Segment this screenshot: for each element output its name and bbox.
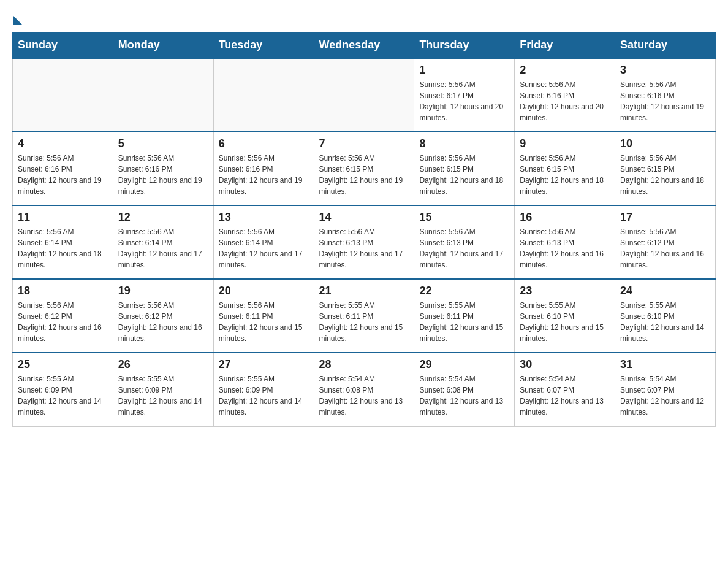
day-info: Sunrise: 5:56 AM Sunset: 6:15 PM Dayligh… — [520, 153, 610, 197]
day-number: 25 — [18, 358, 108, 371]
day-number: 23 — [520, 285, 610, 297]
day-info: Sunrise: 5:55 AM Sunset: 6:09 PM Dayligh… — [118, 373, 208, 418]
calendar-week-row-2: 11Sunrise: 5:56 AM Sunset: 6:14 PM Dayli… — [13, 205, 716, 279]
day-info: Sunrise: 5:56 AM Sunset: 6:13 PM Dayligh… — [520, 226, 610, 270]
header-saturday: Saturday — [615, 33, 716, 59]
day-info: Sunrise: 5:54 AM Sunset: 6:07 PM Dayligh… — [520, 373, 610, 418]
header-sunday: Sunday — [13, 33, 113, 59]
calendar-cell: 6Sunrise: 5:56 AM Sunset: 6:16 PM Daylig… — [213, 132, 314, 205]
header-wednesday: Wednesday — [314, 33, 414, 59]
day-number: 28 — [319, 358, 409, 371]
header-friday: Friday — [515, 33, 615, 59]
calendar-cell: 15Sunrise: 5:56 AM Sunset: 6:13 PM Dayli… — [414, 205, 515, 279]
day-number: 13 — [219, 211, 309, 224]
day-info: Sunrise: 5:55 AM Sunset: 6:10 PM Dayligh… — [620, 300, 710, 344]
calendar-cell: 11Sunrise: 5:56 AM Sunset: 6:14 PM Dayli… — [13, 205, 113, 279]
day-number: 4 — [18, 137, 108, 150]
day-info: Sunrise: 5:55 AM Sunset: 6:11 PM Dayligh… — [419, 300, 509, 344]
logo-triangle-icon — [13, 16, 22, 25]
day-number: 9 — [520, 137, 610, 150]
day-number: 24 — [620, 285, 710, 297]
day-info: Sunrise: 5:56 AM Sunset: 6:16 PM Dayligh… — [219, 153, 309, 197]
header-monday: Monday — [113, 33, 213, 59]
calendar-cell: 24Sunrise: 5:55 AM Sunset: 6:10 PM Dayli… — [615, 279, 716, 353]
day-info: Sunrise: 5:54 AM Sunset: 6:08 PM Dayligh… — [419, 373, 509, 418]
day-info: Sunrise: 5:56 AM Sunset: 6:13 PM Dayligh… — [319, 226, 409, 270]
calendar-cell: 2Sunrise: 5:56 AM Sunset: 6:16 PM Daylig… — [515, 58, 615, 132]
calendar-cell: 4Sunrise: 5:56 AM Sunset: 6:16 PM Daylig… — [13, 132, 113, 205]
calendar-cell: 26Sunrise: 5:55 AM Sunset: 6:09 PM Dayli… — [113, 353, 213, 426]
day-number: 20 — [219, 285, 309, 297]
day-number: 22 — [419, 285, 509, 297]
day-info: Sunrise: 5:54 AM Sunset: 6:07 PM Dayligh… — [620, 373, 710, 418]
day-info: Sunrise: 5:56 AM Sunset: 6:14 PM Dayligh… — [18, 226, 108, 270]
day-number: 12 — [118, 211, 208, 224]
calendar-cell: 18Sunrise: 5:56 AM Sunset: 6:12 PM Dayli… — [13, 279, 113, 353]
day-number: 27 — [219, 358, 309, 371]
day-number: 29 — [419, 358, 509, 371]
day-info: Sunrise: 5:56 AM Sunset: 6:16 PM Dayligh… — [520, 79, 610, 123]
calendar-cell: 31Sunrise: 5:54 AM Sunset: 6:07 PM Dayli… — [615, 353, 716, 426]
calendar-cell: 25Sunrise: 5:55 AM Sunset: 6:09 PM Dayli… — [13, 353, 113, 426]
day-number: 21 — [319, 285, 409, 297]
day-number: 15 — [419, 211, 509, 224]
calendar-cell: 7Sunrise: 5:56 AM Sunset: 6:15 PM Daylig… — [314, 132, 414, 205]
day-info: Sunrise: 5:56 AM Sunset: 6:16 PM Dayligh… — [620, 79, 710, 123]
calendar-cell: 16Sunrise: 5:56 AM Sunset: 6:13 PM Dayli… — [515, 205, 615, 279]
day-info: Sunrise: 5:56 AM Sunset: 6:17 PM Dayligh… — [419, 79, 509, 123]
header-tuesday: Tuesday — [213, 33, 314, 59]
calendar-cell: 30Sunrise: 5:54 AM Sunset: 6:07 PM Dayli… — [515, 353, 615, 426]
calendar-cell: 17Sunrise: 5:56 AM Sunset: 6:12 PM Dayli… — [615, 205, 716, 279]
day-info: Sunrise: 5:56 AM Sunset: 6:12 PM Dayligh… — [118, 300, 208, 344]
day-number: 7 — [319, 137, 409, 150]
day-info: Sunrise: 5:55 AM Sunset: 6:10 PM Dayligh… — [520, 300, 610, 344]
day-info: Sunrise: 5:55 AM Sunset: 6:09 PM Dayligh… — [18, 373, 108, 418]
day-info: Sunrise: 5:56 AM Sunset: 6:12 PM Dayligh… — [18, 300, 108, 344]
calendar-cell: 27Sunrise: 5:55 AM Sunset: 6:09 PM Dayli… — [213, 353, 314, 426]
day-info: Sunrise: 5:56 AM Sunset: 6:16 PM Dayligh… — [18, 153, 108, 197]
day-number: 31 — [620, 358, 710, 371]
calendar-cell: 19Sunrise: 5:56 AM Sunset: 6:12 PM Dayli… — [113, 279, 213, 353]
day-info: Sunrise: 5:56 AM Sunset: 6:14 PM Dayligh… — [118, 226, 208, 270]
day-info: Sunrise: 5:56 AM Sunset: 6:12 PM Dayligh… — [620, 226, 710, 270]
day-info: Sunrise: 5:56 AM Sunset: 6:14 PM Dayligh… — [219, 226, 309, 270]
calendar-cell: 9Sunrise: 5:56 AM Sunset: 6:15 PM Daylig… — [515, 132, 615, 205]
calendar-cell: 10Sunrise: 5:56 AM Sunset: 6:15 PM Dayli… — [615, 132, 716, 205]
calendar-cell: 13Sunrise: 5:56 AM Sunset: 6:14 PM Dayli… — [213, 205, 314, 279]
calendar-week-row-1: 4Sunrise: 5:56 AM Sunset: 6:16 PM Daylig… — [13, 132, 716, 205]
day-number: 11 — [18, 211, 108, 224]
day-info: Sunrise: 5:56 AM Sunset: 6:13 PM Dayligh… — [419, 226, 509, 270]
calendar-cell — [314, 58, 414, 132]
calendar-cell: 20Sunrise: 5:56 AM Sunset: 6:11 PM Dayli… — [213, 279, 314, 353]
day-number: 19 — [118, 285, 208, 297]
calendar-cell: 8Sunrise: 5:56 AM Sunset: 6:15 PM Daylig… — [414, 132, 515, 205]
calendar-week-row-4: 25Sunrise: 5:55 AM Sunset: 6:09 PM Dayli… — [13, 353, 716, 426]
page-header — [12, 12, 716, 20]
day-number: 14 — [319, 211, 409, 224]
calendar-cell: 3Sunrise: 5:56 AM Sunset: 6:16 PM Daylig… — [615, 58, 716, 132]
calendar-header-row: Sunday Monday Tuesday Wednesday Thursday… — [13, 33, 716, 59]
day-number: 18 — [18, 285, 108, 297]
day-number: 1 — [419, 64, 509, 77]
day-number: 17 — [620, 211, 710, 224]
logo — [12, 12, 22, 20]
day-info: Sunrise: 5:56 AM Sunset: 6:15 PM Dayligh… — [319, 153, 409, 197]
day-number: 5 — [118, 137, 208, 150]
calendar-cell: 29Sunrise: 5:54 AM Sunset: 6:08 PM Dayli… — [414, 353, 515, 426]
day-info: Sunrise: 5:55 AM Sunset: 6:11 PM Dayligh… — [319, 300, 409, 344]
calendar-cell: 5Sunrise: 5:56 AM Sunset: 6:16 PM Daylig… — [113, 132, 213, 205]
calendar-cell — [113, 58, 213, 132]
calendar-cell: 21Sunrise: 5:55 AM Sunset: 6:11 PM Dayli… — [314, 279, 414, 353]
calendar-table: Sunday Monday Tuesday Wednesday Thursday… — [12, 32, 716, 427]
day-number: 10 — [620, 137, 710, 150]
calendar-week-row-3: 18Sunrise: 5:56 AM Sunset: 6:12 PM Dayli… — [13, 279, 716, 353]
calendar-cell — [13, 58, 113, 132]
calendar-cell: 14Sunrise: 5:56 AM Sunset: 6:13 PM Dayli… — [314, 205, 414, 279]
calendar-cell: 22Sunrise: 5:55 AM Sunset: 6:11 PM Dayli… — [414, 279, 515, 353]
calendar-cell — [213, 58, 314, 132]
calendar-cell: 23Sunrise: 5:55 AM Sunset: 6:10 PM Dayli… — [515, 279, 615, 353]
day-info: Sunrise: 5:56 AM Sunset: 6:11 PM Dayligh… — [219, 300, 309, 344]
header-thursday: Thursday — [414, 33, 515, 59]
day-info: Sunrise: 5:54 AM Sunset: 6:08 PM Dayligh… — [319, 373, 409, 418]
day-info: Sunrise: 5:55 AM Sunset: 6:09 PM Dayligh… — [219, 373, 309, 418]
